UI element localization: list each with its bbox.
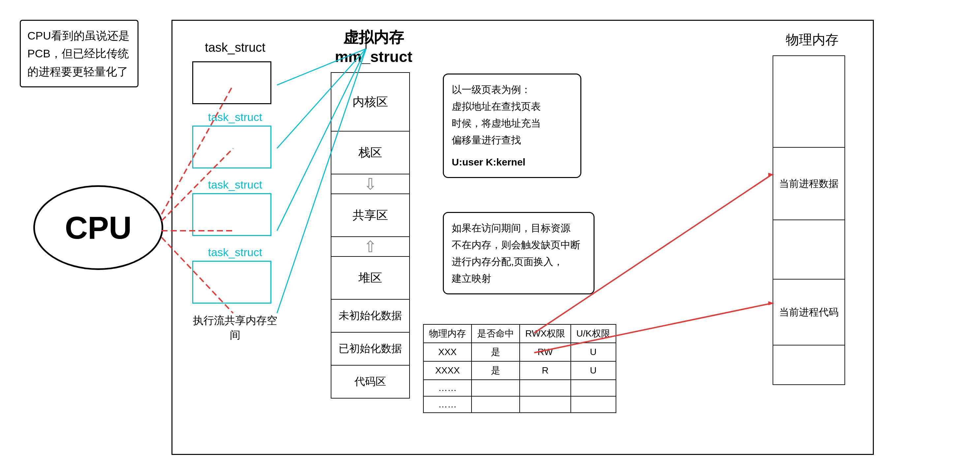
task-struct-group-3: task_struct [192,246,278,304]
vmem-arrow-up: ⇧ [331,237,410,257]
task-struct-title: task_struct [192,41,278,55]
shared-mem-label: 执行流共享内存空间 [192,314,278,343]
info-box-1-sub: U:user K:kernel [452,154,573,170]
task-struct-group-2: task_struct [192,178,278,236]
task-struct-label-1: task_struct [192,111,278,124]
info-box-1: 以一级页表为例： 虚拟地址在查找页表 时候，将虚地址充当 偏移量进行查找 U:u… [443,73,581,178]
cell-hit-2 [471,380,520,396]
page-table-container: 物理内存 是否命中 RWX权限 U/K权限 XXX 是 RW U XXXX [423,324,616,413]
task-struct-box-3 [192,261,271,304]
pmem-section-2 [773,220,845,279]
cell-phymem-2: …… [423,380,471,396]
task-struct-label-2: task_struct [192,178,278,191]
col-header-phymem: 物理内存 [423,324,471,343]
vmem-shared: 共享区 [331,194,410,237]
vmem-stack: 栈区 [331,132,410,175]
task-struct-box-2 [192,193,271,236]
diagram-border: task_struct task_struct task_struct task… [172,20,874,455]
cell-uk-2 [571,380,616,396]
pmem-section-3: 当前进程代码 [773,279,845,346]
info-box-1-text: 以一级页表为例： 虚拟地址在查找页表 时候，将虚地址充当 偏移量进行查找 [452,81,573,148]
table-row: XXXX 是 R U [423,361,616,380]
main-container: CPU看到的虽说还是PCB，但已经比传统的进程要更轻量化了 CPU task_s… [0,0,980,476]
task-struct-column: task_struct task_struct task_struct task… [192,41,278,343]
vmem-kernel: 内核区 [331,72,410,132]
cell-phymem-1: XXXX [423,361,471,380]
col-header-hit: 是否命中 [471,324,520,343]
task-struct-box-0 [192,61,271,104]
cell-uk-0: U [571,343,616,361]
vmem-title: 虚拟内存 mm_struct [331,27,417,66]
cell-rwx-1: R [520,361,571,380]
cpu-ellipse: CPU [33,185,163,270]
vmem-arrow-down: ⇩ [331,175,410,194]
cell-uk-1: U [571,361,616,380]
task-struct-group-1: task_struct [192,111,278,168]
pmem-column: 物理内存 当前进程数据 当前进程代码 [773,31,852,385]
info-box-2: 如果在访问期间，目标资源 不在内存，则会触发缺页中断 进行内存分配,页面换入， … [443,212,595,294]
pmem-section-4 [773,346,845,385]
cell-phymem-3: …… [423,396,471,413]
cell-uk-3 [571,396,616,413]
vmem-heap: 堆区 [331,257,410,300]
col-header-uk: U/K权限 [571,324,616,343]
pmem-section-1: 当前进程数据 [773,148,845,220]
cell-hit-0: 是 [471,343,520,361]
note-text: CPU看到的虽说还是PCB，但已经比传统的进程要更轻量化了 [27,29,130,78]
vmem-uninit-data: 未初始化数据 [331,300,410,333]
cell-hit-3 [471,396,520,413]
table-row: …… [423,396,616,413]
cell-hit-1: 是 [471,361,520,380]
cell-rwx-0: RW [520,343,571,361]
cpu-label: CPU [65,209,132,246]
page-table: 物理内存 是否命中 RWX权限 U/K权限 XXX 是 RW U XXXX [423,324,616,413]
vmem-code: 代码区 [331,366,410,398]
cell-rwx-2 [520,380,571,396]
task-struct-box-1 [192,125,271,168]
vmem-column: 虚拟内存 mm_struct 内核区 栈区 ⇩ 共享区 ⇧ 堆区 未初始化数据 … [331,27,417,398]
vmem-init-data: 已初始化数据 [331,333,410,366]
table-row: XXX 是 RW U [423,343,616,361]
task-struct-label-3: task_struct [192,246,278,259]
info-box-2-text: 如果在访问期间，目标资源 不在内存，则会触发缺页中断 进行内存分配,页面换入， … [452,219,585,287]
cell-rwx-3 [520,396,571,413]
pmem-section-0 [773,56,845,148]
col-header-rwx: RWX权限 [520,324,571,343]
cell-phymem-0: XXX [423,343,471,361]
table-row: …… [423,380,616,396]
pmem-title: 物理内存 [773,31,852,49]
note-box: CPU看到的虽说还是PCB，但已经比传统的进程要更轻量化了 [20,20,138,87]
